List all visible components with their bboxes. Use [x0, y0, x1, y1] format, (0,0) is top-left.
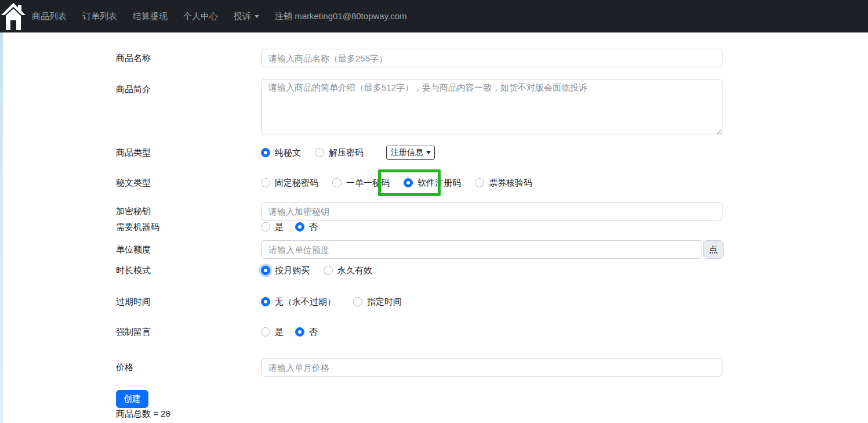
- secret-type-option-ticket-verify-code[interactable]: 票券核验码: [475, 178, 532, 189]
- secret-type-option-fixed-code[interactable]: 固定秘密码: [261, 178, 318, 189]
- row-duration-mode: 时长模式 按月购买 永久有效: [0, 263, 868, 278]
- nav-item-personal-center[interactable]: 个人中心: [183, 11, 218, 22]
- duration-option-permanent[interactable]: 永久有效: [324, 265, 372, 276]
- product-total-text: 商品总数 = 28: [116, 408, 170, 420]
- encrypt-key-label: 加密秘钥: [116, 206, 151, 217]
- row-product-intro: 商品简介: [0, 79, 868, 135]
- force-message-option-yes[interactable]: 是: [261, 327, 284, 338]
- row-need-machine-code: 需要机器码 是 否: [0, 219, 868, 234]
- row-secret-type: 秘文类型 固定秘密码 一单一秘码 软件注册码 票券核验码: [0, 175, 868, 190]
- row-price: 价格: [0, 358, 868, 377]
- registration-info-select[interactable]: 注册信息: [386, 146, 435, 160]
- top-navbar: 商品列表 订单列表 结算提现 个人中心 投诉 注销 marketing01@80…: [0, 0, 868, 32]
- row-unit-quota: 单位额度 点: [0, 240, 868, 259]
- price-input[interactable]: [261, 358, 722, 377]
- duration-option-monthly[interactable]: 按月购买: [261, 265, 310, 276]
- chevron-down-icon: [426, 151, 431, 154]
- expire-option-specified[interactable]: 指定时间: [353, 297, 402, 308]
- product-type-option-pure-secret[interactable]: 纯秘文: [261, 147, 301, 158]
- radio-fixed-code[interactable]: [261, 178, 270, 187]
- expire-option-never[interactable]: 无（永不过期）: [261, 297, 336, 308]
- row-force-message: 强制留言 是 否: [0, 324, 868, 339]
- create-button[interactable]: 创建: [116, 390, 148, 408]
- row-encrypt-key: 加密秘钥: [0, 202, 868, 220]
- radio-software-reg-code[interactable]: [404, 178, 413, 187]
- radio-never-expire[interactable]: [261, 297, 270, 306]
- machine-code-option-no[interactable]: 否: [295, 222, 318, 233]
- home-icon[interactable]: [1, 2, 26, 32]
- radio-force-no[interactable]: [295, 327, 304, 337]
- radio-force-yes[interactable]: [261, 327, 270, 337]
- unit-quota-label: 单位额度: [116, 244, 151, 255]
- product-intro-label: 商品简介: [116, 84, 151, 95]
- price-label: 价格: [116, 362, 133, 373]
- unit-quota-suffix: 点: [703, 240, 724, 259]
- radio-permanent[interactable]: [324, 266, 333, 275]
- expire-time-label: 过期时间: [116, 297, 151, 308]
- chevron-down-icon: [255, 15, 259, 18]
- duration-mode-label: 时长模式: [116, 265, 151, 276]
- secret-type-option-one-order-one-code[interactable]: 一单一秘码: [332, 178, 390, 189]
- nav-item-logout[interactable]: 注销 marketing01@80topway.com: [275, 11, 407, 22]
- page: 商品列表 订单列表 结算提现 个人中心 投诉 注销 marketing01@80…: [0, 0, 868, 423]
- product-type-label: 商品类型: [116, 147, 151, 158]
- encrypt-key-input[interactable]: [261, 202, 722, 220]
- row-expire-time: 过期时间 无（永不过期） 指定时间: [0, 294, 868, 309]
- force-message-label: 强制留言: [116, 327, 151, 338]
- unit-quota-input[interactable]: [261, 240, 702, 259]
- row-product-name: 商品名称: [0, 49, 868, 67]
- product-name-input[interactable]: [261, 49, 722, 67]
- nav-item-order-list[interactable]: 订单列表: [82, 11, 117, 22]
- product-type-option-unzip-password[interactable]: 解压密码: [315, 147, 364, 158]
- machine-code-option-yes[interactable]: 是: [261, 222, 284, 233]
- radio-ticket-verify-code[interactable]: [475, 178, 484, 187]
- radio-machine-yes[interactable]: [261, 222, 270, 232]
- secret-type-label: 秘文类型: [116, 178, 151, 189]
- force-message-option-no[interactable]: 否: [295, 327, 318, 338]
- radio-machine-no[interactable]: [295, 222, 304, 232]
- radio-specified-time[interactable]: [353, 297, 362, 306]
- product-intro-textarea[interactable]: [261, 79, 722, 135]
- secret-type-option-software-reg-code[interactable]: 软件注册码: [404, 178, 461, 189]
- nav-item-settlement[interactable]: 结算提现: [133, 11, 168, 22]
- registration-info-select-value: 注册信息: [391, 147, 423, 158]
- radio-one-order-one-code[interactable]: [332, 178, 342, 187]
- need-machine-code-label: 需要机器码: [116, 222, 159, 233]
- nav-item-product-list[interactable]: 商品列表: [32, 11, 67, 22]
- radio-unzip-password[interactable]: [315, 148, 324, 157]
- nav-item-complaint-dropdown[interactable]: 投诉: [234, 11, 259, 22]
- row-product-type: 商品类型 纯秘文 解压密码 注册信息: [0, 145, 868, 160]
- product-name-label: 商品名称: [116, 53, 151, 64]
- nav-links: 商品列表 订单列表 结算提现 个人中心 投诉 注销 marketing01@80…: [0, 11, 407, 22]
- radio-pure-secret[interactable]: [261, 148, 270, 157]
- radio-monthly[interactable]: [261, 266, 270, 275]
